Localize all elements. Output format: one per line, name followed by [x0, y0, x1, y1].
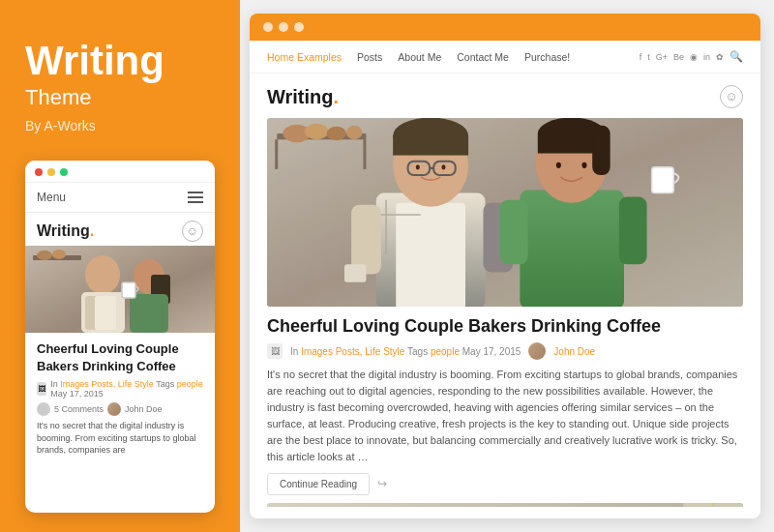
- dot-yellow: [47, 168, 55, 176]
- browser-body: Home Examples Posts About Me Contact Me …: [250, 41, 760, 518]
- post-actions: Continue Reading ↪: [267, 473, 743, 495]
- mobile-author-avatar: [37, 402, 50, 416]
- social-facebook-icon[interactable]: f: [640, 52, 642, 62]
- main-post: Cheerful Loving Couple Bakers Drinking C…: [267, 118, 743, 507]
- nav-social-icons: f t G+ Be ◉ in ✿ 🔍: [640, 50, 743, 63]
- social-rss-icon[interactable]: ✿: [716, 52, 724, 62]
- continue-reading-button[interactable]: Continue Reading: [267, 473, 370, 495]
- nav-link-about[interactable]: About Me: [398, 51, 441, 63]
- hero-svg: [267, 118, 743, 307]
- share-icon[interactable]: ↪: [377, 477, 387, 491]
- mobile-post-meta: 🖼 In Images Posts, Life Style Tags peopl…: [37, 379, 203, 399]
- mobile-hero-image: [25, 246, 215, 333]
- post-author-name: John Doe: [553, 346, 595, 357]
- post-title: Cheerful Loving Couple Bakers Drinking C…: [267, 316, 743, 337]
- browser-chrome: [250, 14, 760, 41]
- dot-green: [60, 168, 68, 176]
- svg-rect-10: [130, 294, 168, 333]
- nav-link-purchase[interactable]: Purchase!: [524, 51, 570, 63]
- svg-point-2: [37, 251, 52, 260]
- site-nav: Home Examples Posts About Me Contact Me …: [250, 41, 760, 74]
- svg-rect-47: [267, 118, 743, 307]
- social-google-icon[interactable]: G+: [656, 52, 668, 62]
- site-user-icon[interactable]: ☺: [720, 85, 743, 108]
- browser-window: Home Examples Posts About Me Contact Me …: [250, 14, 760, 518]
- left-panel: Writing Theme By A-Works Menu Writing. ☺: [0, 0, 240, 532]
- mobile-author-meta: 5 Comments John Doe: [37, 402, 203, 416]
- mobile-excerpt: It's no secret that the digital industry…: [37, 420, 203, 457]
- svg-point-4: [85, 255, 120, 294]
- dot-red: [35, 168, 43, 176]
- nav-link-home[interactable]: Home Examples: [267, 51, 342, 63]
- nav-links: Home Examples Posts About Me Contact Me …: [267, 51, 570, 63]
- mobile-hero-svg: [25, 246, 215, 333]
- title-text: Writing: [25, 39, 215, 83]
- mobile-user-icon[interactable]: ☺: [182, 221, 203, 242]
- post-excerpt: It's no secret that the digital industry…: [267, 367, 743, 465]
- search-icon[interactable]: 🔍: [729, 50, 743, 63]
- site-content: Writing. ☺: [250, 74, 760, 518]
- right-panel: Home Examples Posts About Me Contact Me …: [240, 0, 774, 532]
- mobile-brand-name: Writing.: [37, 222, 94, 240]
- post-meta-row: 🖼 In Images Posts, Life Style Tags peopl…: [267, 342, 743, 360]
- theme-title: Writing Theme By A-Works: [25, 39, 215, 133]
- post-meta-image-icon: 🖼: [267, 343, 283, 359]
- browser-dot-2: [279, 22, 288, 32]
- post-categories-link[interactable]: Images Posts, Life Style: [301, 346, 404, 357]
- mobile-brand-bar: Writing. ☺: [25, 213, 215, 246]
- nav-link-contact[interactable]: Contact Me: [457, 51, 509, 63]
- site-brand: Writing.: [267, 86, 339, 108]
- site-header: Writing. ☺: [267, 85, 743, 108]
- svg-rect-7: [95, 296, 116, 330]
- browser-dot-1: [263, 22, 273, 32]
- svg-rect-11: [122, 282, 135, 298]
- social-behance-icon[interactable]: Be: [673, 52, 684, 62]
- second-post-svg: [267, 503, 743, 507]
- second-post-preview: [267, 503, 743, 507]
- meta-image-icon: 🖼: [37, 382, 46, 396]
- post-tags-link[interactable]: people: [431, 346, 460, 357]
- author-link[interactable]: John Doe: [553, 346, 595, 357]
- nav-link-posts[interactable]: Posts: [357, 51, 382, 63]
- social-twitter-icon[interactable]: t: [647, 52, 650, 62]
- byline-text: By A-Works: [25, 118, 215, 133]
- social-pinterest-icon[interactable]: ◉: [690, 52, 698, 62]
- mobile-meta-text: In Images Posts, Life Style Tags people …: [50, 379, 203, 399]
- mobile-menu-label: Menu: [37, 191, 66, 204]
- mobile-nav[interactable]: Menu: [25, 183, 215, 213]
- browser-dot-3: [294, 22, 304, 32]
- mobile-author-avatar2: [107, 402, 121, 416]
- hero-image-inner: [267, 118, 743, 307]
- post-meta-text: In Images Posts, Life Style Tags people …: [290, 346, 521, 357]
- hero-image: [267, 118, 743, 307]
- post-author-avatar: [528, 342, 546, 360]
- mobile-post-content: Cheerful Loving Couple Bakers Drinking C…: [25, 333, 215, 462]
- mobile-post-title: Cheerful Loving Couple Bakers Drinking C…: [37, 340, 203, 374]
- social-instagram-icon[interactable]: in: [703, 52, 710, 62]
- subtitle-text: Theme: [25, 85, 215, 110]
- svg-rect-48: [267, 503, 743, 507]
- hamburger-icon[interactable]: [188, 192, 203, 203]
- second-post-inner: [267, 503, 743, 507]
- mobile-top-bar: [25, 161, 215, 183]
- mobile-mockup: Menu Writing. ☺: [25, 161, 215, 513]
- svg-point-3: [52, 250, 66, 259]
